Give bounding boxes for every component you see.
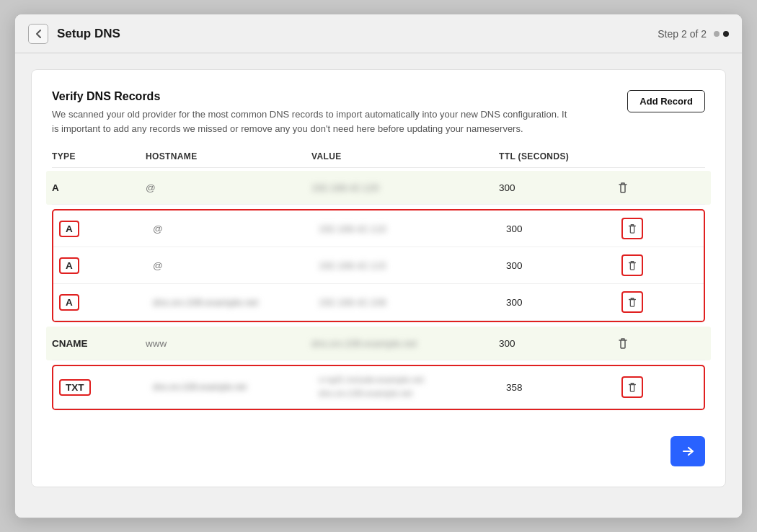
col-ttl: TTL (SECONDS) xyxy=(499,151,614,161)
delete-button-outlined[interactable] xyxy=(621,218,643,239)
delete-button-outlined[interactable] xyxy=(621,291,643,313)
cell-ttl: 300 xyxy=(506,223,621,234)
cell-ttl: 300 xyxy=(506,297,621,308)
cell-action xyxy=(621,218,658,239)
cell-ttl: 300 xyxy=(506,260,621,271)
page-title: Setup DNS xyxy=(57,27,120,41)
cell-action xyxy=(621,291,658,313)
card-header-text: Verify DNS Records We scanned your old p… xyxy=(52,90,627,136)
cell-hostname: dns.srv.108.example.net xyxy=(153,382,319,392)
section-title: Verify DNS Records xyxy=(52,90,610,103)
cell-type: A xyxy=(59,257,153,274)
dns-row-highlighted-1: A @ 192.168.42.120 300 xyxy=(46,171,711,205)
outlined-row-group: A @ 192.168.42.110 300 xyxy=(52,209,705,322)
cell-hostname: @ xyxy=(146,182,311,193)
cell-type: CNAME xyxy=(52,338,146,349)
cell-value: dns.srv.108.example.net xyxy=(311,338,499,349)
cell-hostname: www xyxy=(146,338,311,349)
dns-records-table: TYPE HOSTNAME VALUE TTL (SECONDS) A @ 19… xyxy=(52,151,705,423)
cell-action xyxy=(621,254,658,276)
delete-button-outlined[interactable] xyxy=(621,254,643,276)
delete-button[interactable] xyxy=(614,178,632,197)
cell-ttl: 300 xyxy=(499,338,614,349)
cell-action xyxy=(614,334,650,353)
step-dot-2 xyxy=(723,31,729,37)
main-window: Setup DNS Step 2 of 2 Verify DNS Records… xyxy=(14,14,743,518)
col-type: TYPE xyxy=(52,151,146,161)
cell-type: A xyxy=(52,182,146,193)
table-row: CNAME www dns.srv.108.example.net 300 xyxy=(52,327,705,360)
back-button[interactable] xyxy=(28,24,48,44)
content-area: Verify DNS Records We scanned your old p… xyxy=(15,53,742,518)
outlined-row-txt: TXT dns.srv.108.example.net v=spf1 inclu… xyxy=(52,365,705,410)
delete-button-outlined[interactable] xyxy=(621,376,643,398)
titlebar-right: Step 2 of 2 xyxy=(658,28,729,40)
cell-type: TXT xyxy=(59,379,153,396)
section-description: We scanned your old provider for the mos… xyxy=(52,107,571,136)
cell-value: v=spf1 include:example.net dns.srv.108.e… xyxy=(319,373,506,401)
col-actions xyxy=(614,151,650,161)
cell-value: 192.168.42.108 xyxy=(319,297,506,308)
col-value: VALUE xyxy=(311,151,499,161)
cell-value: 192.168.42.120 xyxy=(311,182,499,193)
step-dots xyxy=(714,31,729,37)
dns-row-highlighted-2: CNAME www dns.srv.108.example.net 300 xyxy=(46,327,711,360)
table-row: A @ 192.168.42.115 300 xyxy=(53,247,704,284)
titlebar: Setup DNS Step 2 of 2 xyxy=(15,14,742,53)
add-record-button[interactable]: Add Record xyxy=(627,90,705,112)
table-row: TXT dns.srv.108.example.net v=spf1 inclu… xyxy=(53,366,704,409)
step-dot-1 xyxy=(714,31,720,37)
next-button[interactable] xyxy=(670,436,705,466)
cell-value: 192.168.42.115 xyxy=(319,260,506,271)
table-row: A @ 192.168.42.110 300 xyxy=(53,210,704,247)
cell-hostname: @ xyxy=(153,260,319,271)
card: Verify DNS Records We scanned your old p… xyxy=(31,69,726,487)
cell-type: A xyxy=(59,221,153,237)
cell-type: A xyxy=(59,294,153,311)
cell-action xyxy=(621,376,658,398)
card-header: Verify DNS Records We scanned your old p… xyxy=(52,90,705,136)
titlebar-left: Setup DNS xyxy=(28,24,120,44)
cell-ttl: 358 xyxy=(506,382,621,393)
delete-button[interactable] xyxy=(614,334,632,353)
cell-hostname: @ xyxy=(153,223,319,234)
step-indicator: Step 2 of 2 xyxy=(658,28,707,40)
cell-value: 192.168.42.110 xyxy=(319,223,506,234)
cell-hostname: dns.srv.108.example.net xyxy=(153,297,319,308)
col-hostname: HOSTNAME xyxy=(146,151,311,161)
table-row: A dns.srv.108.example.net 192.168.42.108… xyxy=(53,284,704,321)
table-header: TYPE HOSTNAME VALUE TTL (SECONDS) xyxy=(52,151,705,168)
table-row: A @ 192.168.42.120 300 xyxy=(52,171,705,205)
cell-ttl: 300 xyxy=(499,182,614,193)
footer-row xyxy=(52,436,705,466)
cell-action xyxy=(614,178,650,197)
